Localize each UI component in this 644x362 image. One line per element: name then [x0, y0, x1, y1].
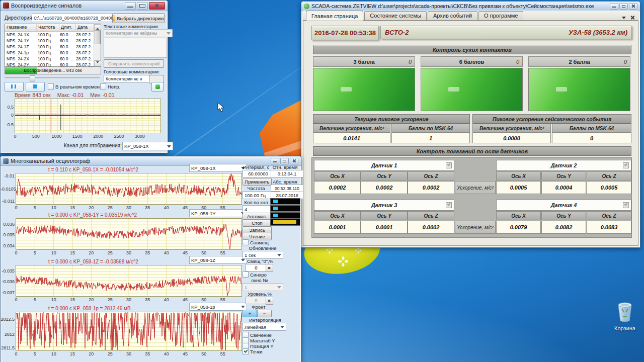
table-row[interactable]: NPS_24-2X100 Гц60.0 ...28-07-2... [5, 56, 101, 62]
x-axis-tick: 40 [164, 205, 169, 210]
spinner-arrows-icon[interactable] [266, 264, 273, 272]
update-select[interactable]: 1 сек [243, 251, 283, 259]
table-row[interactable]: NPS_24-1Z100 Гц60.0 ...28-07-2... [5, 44, 101, 50]
x-axis-tick: 5 [34, 297, 36, 302]
scope-channel-select-4[interactable]: KP_058-1p [189, 303, 247, 311]
channel-select[interactable]: KP_058-1X [122, 142, 173, 150]
tab-system-state[interactable]: Состояние системы [364, 11, 427, 20]
minimize-button[interactable] [271, 158, 279, 164]
maximize-button[interactable] [619, 3, 628, 10]
interpolation-select[interactable]: Линейная [243, 323, 286, 331]
scope-readout-3: t = 0.000 с KP_058-1Z = -0.03568 м/с^2 [48, 259, 138, 264]
playback-overview-chart[interactable]: 0.50-0.5050010001500200025003000 [15, 99, 161, 133]
sensor-3-visibility-checkbox[interactable] [446, 202, 452, 208]
choose-directory-button[interactable]: Выбрать директорию [112, 13, 165, 23]
dry-contacts-section-title: Контроль сухих контактов [313, 45, 631, 54]
scope-chart-1[interactable]: -0.01-0.0105-0.0110510152025303540455055 [16, 173, 242, 205]
scope-channel-select-3[interactable]: KP_058-1Z [189, 256, 247, 264]
x-axis-tick: 45 [183, 297, 188, 302]
offset-spinner[interactable]: 0 [246, 264, 267, 272]
maximize-button[interactable] [137, 2, 148, 10]
tab-close-icon[interactable] [630, 15, 635, 20]
front-falling-button[interactable]: − [257, 310, 272, 317]
level-spinner[interactable]: 0 [246, 297, 267, 304]
recycle-bin[interactable]: Корзина [613, 302, 637, 331]
x-axis-tick: 45 [183, 250, 188, 255]
sensor-2-x: 0.0005 [496, 181, 541, 194]
realtime-checkbox[interactable]: В реальном времени [48, 83, 102, 89]
playback-titlebar[interactable]: Воспроизведение сигналов [1, 1, 168, 11]
sync-checkbox[interactable]: Синхро [243, 272, 267, 278]
table-row[interactable]: NPS_24-1Y100 Гц60.0 ...28-07-2... [5, 38, 101, 44]
tab-event-archive[interactable]: Архив событий [428, 11, 477, 20]
x-axis-tick: 50 [201, 351, 206, 356]
y-axis-tick: -0.035 [1, 268, 15, 274]
col-header-name[interactable]: Название [5, 24, 37, 31]
scope-chart-2[interactable]: 0.0360.0350.0340510152025303540455055 [16, 218, 242, 250]
stop-button[interactable] [26, 82, 45, 92]
contact-2-label: 6 баллов [459, 59, 484, 65]
close-button[interactable] [629, 3, 637, 10]
col-header-dur[interactable]: Длит. [59, 24, 76, 31]
scada-main-page: 2016-07-28 00:53:38 ВСТО-2 УЗА-58 (3653.… [303, 21, 638, 246]
col-header-freq[interactable]: Частота [37, 24, 59, 31]
close-button[interactable] [290, 158, 298, 164]
tab-list-dropdown-icon[interactable] [621, 15, 626, 20]
sensor-2-header: Датчик 2 [496, 160, 631, 171]
interval-field[interactable]: 60.00000 [243, 170, 274, 177]
x-axis-tick: 15 [70, 351, 75, 356]
slider-track [5, 77, 100, 79]
tab-main-page[interactable]: Главная страница [306, 11, 363, 21]
x-axis-tick: 10 [51, 205, 56, 210]
loop-button[interactable] [151, 82, 164, 92]
spinner-arrows-icon[interactable] [266, 297, 273, 305]
offset-label: Смещ."0",% [243, 258, 278, 264]
apply-button[interactable]: Применить [243, 178, 272, 186]
text-comments-select[interactable]: Комментарии не найдены [104, 29, 173, 37]
wallpaper-sparkle [338, 256, 348, 266]
text-comments-label: Текстовые комментарии: [104, 24, 159, 29]
minimize-button[interactable] [125, 2, 136, 10]
slider-thumb[interactable] [30, 75, 35, 81]
scope-chart-4[interactable]: 2812.528122811.50510152025303540455055 [16, 312, 242, 351]
overview-chart-readout: Время843 сек Макс-0.01 Мин-0.01 [15, 92, 120, 98]
stop-scope-button[interactable]: Стоп [243, 219, 272, 227]
sensor-2-visibility-checkbox[interactable] [623, 162, 629, 168]
tab-about[interactable]: О программе [478, 11, 523, 20]
scada-app-icon [304, 4, 309, 9]
table-row[interactable]: NPS_24-1p100 Гц60.0 ...28-07-2... [5, 50, 101, 56]
window-number-select[interactable]: 1 [243, 283, 283, 291]
y-axis-tick: 2812 [1, 332, 15, 337]
pause-button[interactable] [5, 82, 24, 92]
scope-channel-select-1[interactable]: KP_058-1X [189, 164, 247, 172]
files-table-scrollbar[interactable] [94, 24, 101, 67]
event-peak-title: Пиковое ускорение сейсмического события [472, 114, 631, 124]
save-comment-button[interactable]: Сохранить комментарий [104, 59, 164, 68]
sensor-4-visibility-checkbox[interactable] [623, 202, 629, 208]
scope-chart-3[interactable]: -0.035-0.036-0.0370510152025303540455055 [16, 265, 242, 297]
continuous-checkbox[interactable]: Непр. [100, 83, 120, 89]
scada-titlebar[interactable]: SCADA-система ZETVIEW d:\user\projects\s… [301, 2, 640, 11]
channel-select-label: Канал для отображения: [64, 143, 122, 148]
maximize-button[interactable] [280, 158, 289, 164]
table-row[interactable]: NPS_24-1X100 Гц60.0 ...28-07-2... [5, 32, 101, 38]
x-axis-tick: 0 [15, 351, 17, 356]
minimize-button[interactable] [610, 3, 618, 10]
scroll-thumb[interactable] [95, 30, 101, 44]
x-axis-tick: 10 [51, 351, 56, 356]
current-accel-value: 0.0141 [313, 133, 390, 143]
x-axis-tick: 5 [34, 205, 36, 210]
comments-listbox[interactable] [104, 38, 167, 58]
overlay-checkbox[interactable]: Совмещ [243, 239, 269, 245]
front-rising-button[interactable]: + [243, 310, 257, 317]
playback-window-title: Воспроизведение сигналов [11, 3, 82, 9]
position-slider[interactable] [5, 75, 100, 80]
sensors-section-title: Контроль показаний по осям датчиков [313, 146, 631, 156]
sensor-1-visibility-checkbox[interactable] [446, 162, 452, 168]
close-button[interactable] [149, 2, 165, 10]
x-axis-tick: 50 [201, 250, 206, 255]
directory-field[interactable]: C:\...\s160728_004000\s160728_004000\ [32, 14, 112, 22]
scope-channel-select-2[interactable]: KP_058-1Y [189, 209, 247, 217]
current-accel-col-header: Величина ускорения, м/с² [313, 124, 390, 133]
points-checkbox[interactable]: Точки [243, 348, 263, 354]
